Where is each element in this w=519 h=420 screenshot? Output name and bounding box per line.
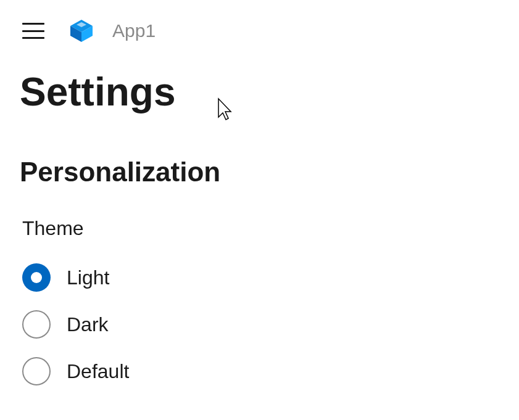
header: App1 <box>0 0 519 54</box>
theme-label: Theme <box>22 217 499 240</box>
radio-label: Light <box>67 266 109 289</box>
theme-radio-light[interactable]: Light <box>22 263 499 292</box>
theme-radio-group: Light Dark Default <box>22 263 499 385</box>
content: Settings Personalization Theme Light Dar… <box>0 54 519 385</box>
radio-icon <box>22 357 51 385</box>
app-badge: App1 <box>68 17 156 44</box>
page-title: Settings <box>20 70 499 113</box>
radio-label: Default <box>67 360 129 383</box>
theme-radio-default[interactable]: Default <box>22 357 499 385</box>
app-title: App1 <box>112 20 156 41</box>
app-logo-icon <box>68 17 95 44</box>
radio-label: Dark <box>67 313 109 336</box>
radio-icon <box>22 263 51 292</box>
section-personalization-title: Personalization <box>20 157 499 187</box>
radio-icon <box>22 310 51 339</box>
hamburger-menu-icon[interactable] <box>22 23 44 39</box>
theme-radio-dark[interactable]: Dark <box>22 310 499 339</box>
